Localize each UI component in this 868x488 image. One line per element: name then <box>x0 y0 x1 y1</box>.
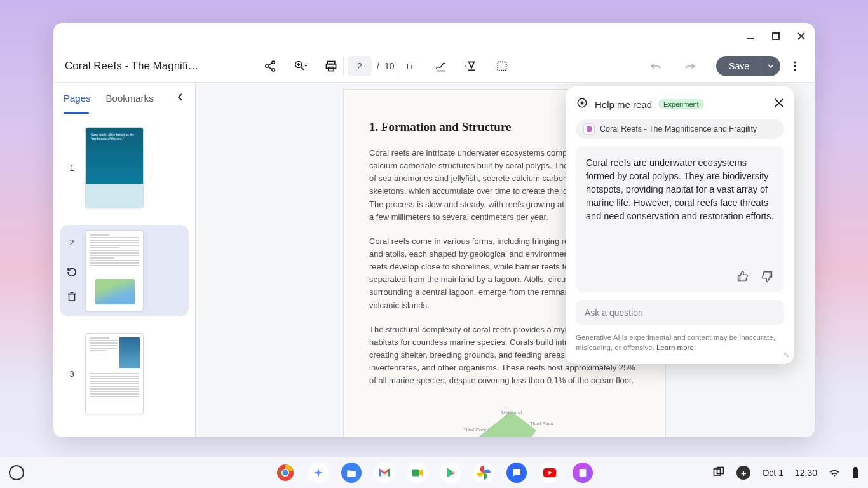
svg-line-8 <box>268 66 273 69</box>
document-icon <box>583 123 595 135</box>
draw-button[interactable] <box>433 58 449 74</box>
messages-icon[interactable] <box>506 463 527 483</box>
wifi-icon[interactable] <box>829 467 840 478</box>
save-button[interactable]: Save <box>716 56 780 76</box>
battery-icon[interactable] <box>851 466 859 479</box>
tray-time[interactable]: 12:30 <box>795 468 817 478</box>
svg-point-24 <box>794 69 796 71</box>
page-total: 10 <box>384 61 395 71</box>
terrain-diagram: Tidal Creek Mainland Tidal Flats Marsh S… <box>403 398 606 437</box>
chrome-icon[interactable] <box>275 463 295 483</box>
diagram-label: Tidal Flats <box>530 421 553 426</box>
redo-button[interactable] <box>682 58 698 74</box>
sidebar-tabs: Pages Bookmarks <box>53 83 195 113</box>
share-button[interactable] <box>262 58 278 74</box>
experiment-badge: Experiment <box>658 99 704 109</box>
toolbar-separator <box>398 58 398 74</box>
launcher-button[interactable] <box>9 465 24 480</box>
window-minimize-button[interactable] <box>745 30 756 42</box>
svg-text:x: x <box>465 62 468 68</box>
document-title: Coral Reefs - The Magnifi… <box>65 60 236 72</box>
hmr-input-placeholder: Ask a question <box>585 308 643 318</box>
app-body: Pages Bookmarks 1 Coral reefs, often hai… <box>53 83 815 437</box>
shelf: + Oct 1 12:30 <box>0 458 868 488</box>
files-icon[interactable] <box>341 463 362 483</box>
svg-rect-25 <box>69 294 75 301</box>
system-tray: + Oct 1 12:30 <box>712 466 859 480</box>
page-sep: / <box>377 61 379 71</box>
more-options-button[interactable] <box>787 58 803 74</box>
gemini-icon[interactable] <box>308 463 329 483</box>
sidebar-tab-bookmarks[interactable]: Bookmarks <box>106 93 154 104</box>
hmr-summary-card: Coral reefs are underwater ecosystems fo… <box>576 146 784 292</box>
svg-rect-52 <box>580 469 587 477</box>
svg-rect-21 <box>498 62 506 70</box>
zoom-button[interactable] <box>292 58 309 74</box>
toolbar: Coral Reefs - The Magnifi… 2 / 10 TT <box>53 50 815 83</box>
crop-select-button[interactable] <box>494 58 510 74</box>
svg-rect-56 <box>854 467 857 468</box>
hmr-disclaimer: Generative AI is experimental and conten… <box>576 333 784 353</box>
highlight-button[interactable]: x <box>463 58 480 74</box>
svg-point-23 <box>794 65 796 67</box>
thumbnail-list[interactable]: 1 Coral reefs, often hailed as the"rainf… <box>53 113 195 437</box>
play-store-icon[interactable] <box>440 463 461 483</box>
meet-icon[interactable] <box>407 463 428 483</box>
delete-page-button[interactable] <box>66 291 78 304</box>
rotate-page-button[interactable] <box>66 266 78 280</box>
learn-more-link[interactable]: Learn more <box>656 344 694 351</box>
tray-add-button[interactable]: + <box>736 466 750 480</box>
hmr-source-title: Coral Reefs - The Magnificence and Fragi… <box>600 125 757 133</box>
add-text-button[interactable]: TT <box>402 58 419 74</box>
svg-line-10 <box>301 67 304 69</box>
svg-point-22 <box>794 61 796 63</box>
svg-line-7 <box>268 63 273 65</box>
thumbs-up-button[interactable] <box>736 269 750 286</box>
sparkle-icon <box>576 97 588 112</box>
window-maximize-button[interactable] <box>770 30 782 42</box>
gmail-icon[interactable] <box>374 463 395 483</box>
hmr-header: Help me read Experiment <box>576 97 784 112</box>
toolbar-separator <box>343 58 344 74</box>
hmr-close-button[interactable] <box>774 98 784 111</box>
thumbnail-number: 2 <box>69 238 74 247</box>
sidebar-collapse-button[interactable] <box>176 93 185 104</box>
shelf-apps <box>275 463 593 483</box>
thumbnail-number: 3 <box>69 369 74 379</box>
thumbnail-row[interactable]: 1 Coral reefs, often hailed as the"rainf… <box>60 122 189 214</box>
pdf-viewer-window: Coral Reefs - The Magnifi… 2 / 10 TT <box>53 23 815 437</box>
svg-point-41 <box>283 470 288 476</box>
save-button-label: Save <box>716 56 761 76</box>
tray-date[interactable]: Oct 1 <box>762 468 783 478</box>
svg-marker-45 <box>419 470 423 477</box>
window-close-button[interactable] <box>796 30 807 42</box>
thumbnail-page-2[interactable] <box>85 230 144 311</box>
print-button[interactable] <box>323 58 339 74</box>
current-page-input[interactable]: 2 <box>348 56 372 76</box>
hmr-question-input[interactable]: Ask a question <box>576 300 784 325</box>
svg-rect-1 <box>773 33 779 39</box>
thumbnail-row[interactable]: 2 <box>60 225 189 316</box>
tray-windows-icon[interactable] <box>712 466 725 480</box>
notes-icon[interactable] <box>573 463 593 483</box>
youtube-icon[interactable] <box>539 463 560 483</box>
thumbnail-page-3[interactable] <box>85 333 144 414</box>
undo-button[interactable] <box>648 58 664 74</box>
hmr-summary-text: Coral reefs are underwater ecosystems fo… <box>586 156 774 223</box>
hmr-source-chip[interactable]: Coral Reefs - The Magnificence and Fragi… <box>576 119 784 139</box>
photos-icon[interactable] <box>473 463 494 483</box>
thumbs-down-button[interactable] <box>760 269 774 286</box>
thumbnail-page-1[interactable]: Coral reefs, often hailed as the"rainfor… <box>85 127 144 208</box>
svg-rect-42 <box>379 470 381 477</box>
page-indicator: 2 / 10 <box>348 56 394 76</box>
hmr-resize-handle[interactable]: ⤡ <box>783 351 789 359</box>
document-canvas[interactable]: 1. Formation and Structure Coral reefs a… <box>196 83 815 437</box>
help-me-read-panel: Help me read Experiment Coral Reefs - Th… <box>566 86 794 364</box>
diagram-label: Tidal Creek <box>463 427 489 433</box>
save-dropdown-button[interactable] <box>761 58 780 74</box>
sidebar: Pages Bookmarks 1 Coral reefs, often hai… <box>53 83 196 437</box>
sidebar-tab-pages[interactable]: Pages <box>64 93 91 104</box>
hmr-title: Help me read <box>595 99 652 110</box>
thumbnail-row[interactable]: 3 <box>60 328 189 419</box>
thumbnail-number: 1 <box>69 163 74 173</box>
